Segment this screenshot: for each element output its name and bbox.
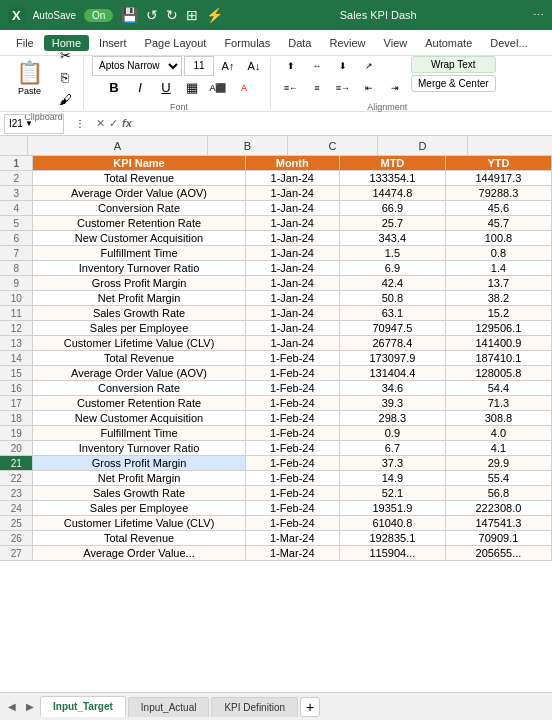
- menu-data[interactable]: Data: [280, 35, 319, 51]
- table-row[interactable]: 18New Customer Acquisition1-Feb-24298.33…: [0, 411, 552, 426]
- menu-page-layout[interactable]: Page Layout: [137, 35, 215, 51]
- cell-c24[interactable]: 19351.9: [339, 501, 445, 516]
- cell-b14[interactable]: 1-Feb-24: [245, 351, 339, 366]
- cell-c2[interactable]: 133354.1: [339, 171, 445, 186]
- tab-nav-right[interactable]: ▶: [22, 699, 38, 715]
- cell-c11[interactable]: 63.1: [339, 306, 445, 321]
- cell-d12[interactable]: 129506.1: [445, 321, 551, 336]
- align-top-button[interactable]: ⬆: [279, 56, 303, 76]
- cell-c9[interactable]: 42.4: [339, 276, 445, 291]
- cell-reference-box[interactable]: I21 ▼: [4, 114, 64, 134]
- cell-c27[interactable]: 115904...: [339, 546, 445, 561]
- cell-b11[interactable]: 1-Jan-24: [245, 306, 339, 321]
- cell-d7[interactable]: 0.8: [445, 246, 551, 261]
- cell-c3[interactable]: 14474.8: [339, 186, 445, 201]
- toolbar-more-icon[interactable]: ⋯: [533, 9, 544, 22]
- borders-button[interactable]: ▦: [180, 78, 204, 98]
- cell-c26[interactable]: 192835.1: [339, 531, 445, 546]
- cell-b12[interactable]: 1-Jan-24: [245, 321, 339, 336]
- table-row[interactable]: 5Customer Retention Rate1-Jan-2425.745.7: [0, 216, 552, 231]
- cell-a13[interactable]: Customer Lifetime Value (CLV): [33, 336, 245, 351]
- cell-a21[interactable]: Gross Profit Margin: [33, 456, 245, 471]
- table-row[interactable]: 10Net Profit Margin1-Jan-2450.838.2: [0, 291, 552, 306]
- cell-d14[interactable]: 187410.1: [445, 351, 551, 366]
- dropdown-icon[interactable]: ▼: [25, 119, 33, 128]
- table-row[interactable]: 3Average Order Value (AOV)1-Jan-2414474.…: [0, 186, 552, 201]
- cell-a12[interactable]: Sales per Employee: [33, 321, 245, 336]
- indent-decrease-button[interactable]: ⇤: [357, 78, 381, 98]
- cell-a14[interactable]: Total Revenue: [33, 351, 245, 366]
- cell-c22[interactable]: 14.9: [339, 471, 445, 486]
- redo-button[interactable]: ↻: [166, 7, 178, 23]
- menu-automate[interactable]: Automate: [417, 35, 480, 51]
- italic-button[interactable]: I: [128, 78, 152, 98]
- cell-a16[interactable]: Conversion Rate: [33, 381, 245, 396]
- font-size-input[interactable]: [184, 56, 214, 76]
- col-header-c[interactable]: C: [288, 136, 378, 155]
- cell-a4[interactable]: Conversion Rate: [33, 201, 245, 216]
- cell-d25[interactable]: 147541.3: [445, 516, 551, 531]
- table-row[interactable]: 9Gross Profit Margin1-Jan-2442.413.7: [0, 276, 552, 291]
- cut-button[interactable]: ✂: [53, 46, 77, 66]
- wrap-text-button[interactable]: Wrap Text: [411, 56, 496, 73]
- cell-d16[interactable]: 54.4: [445, 381, 551, 396]
- cell-a1[interactable]: KPI Name: [33, 156, 245, 171]
- cell-a19[interactable]: Fulfillment Time: [33, 426, 245, 441]
- table-row[interactable]: 20Inventory Turnover Ratio1-Feb-246.74.1: [0, 441, 552, 456]
- toolbar-grid-icon[interactable]: ⊞: [186, 7, 198, 23]
- align-left-button[interactable]: ≡←: [279, 78, 303, 98]
- cell-d17[interactable]: 71.3: [445, 396, 551, 411]
- cell-c4[interactable]: 66.9: [339, 201, 445, 216]
- cell-d1[interactable]: YTD: [445, 156, 551, 171]
- cell-c16[interactable]: 34.6: [339, 381, 445, 396]
- cell-c15[interactable]: 131404.4: [339, 366, 445, 381]
- menu-develop[interactable]: Devel...: [482, 35, 535, 51]
- cell-d26[interactable]: 70909.1: [445, 531, 551, 546]
- cell-c1[interactable]: MTD: [339, 156, 445, 171]
- cell-c14[interactable]: 173097.9: [339, 351, 445, 366]
- cell-d11[interactable]: 15.2: [445, 306, 551, 321]
- cell-a7[interactable]: Fulfillment Time: [33, 246, 245, 261]
- table-row[interactable]: 24Sales per Employee1-Feb-2419351.922230…: [0, 501, 552, 516]
- cell-b1[interactable]: Month: [245, 156, 339, 171]
- cell-d13[interactable]: 141400.9: [445, 336, 551, 351]
- cancel-formula-icon[interactable]: ✕: [96, 117, 105, 130]
- table-row[interactable]: 11Sales Growth Rate1-Jan-2463.115.2: [0, 306, 552, 321]
- table-row[interactable]: 27Average Order Value...1-Mar-24115904..…: [0, 546, 552, 561]
- confirm-formula-icon[interactable]: ✓: [109, 117, 118, 130]
- cell-b18[interactable]: 1-Feb-24: [245, 411, 339, 426]
- cell-b3[interactable]: 1-Jan-24: [245, 186, 339, 201]
- toolbar-misc-icon[interactable]: ⚡: [206, 7, 223, 23]
- table-row[interactable]: 19Fulfillment Time1-Feb-240.94.0: [0, 426, 552, 441]
- table-row[interactable]: 8Inventory Turnover Ratio1-Jan-246.91.4: [0, 261, 552, 276]
- font-name-select[interactable]: Aptos Narrow: [92, 56, 182, 76]
- col-header-d[interactable]: D: [378, 136, 468, 155]
- menu-formulas[interactable]: Formulas: [216, 35, 278, 51]
- cell-a18[interactable]: New Customer Acquisition: [33, 411, 245, 426]
- col-header-b[interactable]: B: [208, 136, 288, 155]
- cell-b10[interactable]: 1-Jan-24: [245, 291, 339, 306]
- cell-b13[interactable]: 1-Jan-24: [245, 336, 339, 351]
- col-header-a[interactable]: A: [28, 136, 208, 155]
- cell-a17[interactable]: Customer Retention Rate: [33, 396, 245, 411]
- table-row[interactable]: 7Fulfillment Time1-Jan-241.50.8: [0, 246, 552, 261]
- table-row[interactable]: 23Sales Growth Rate1-Feb-2452.156.8: [0, 486, 552, 501]
- cell-b17[interactable]: 1-Feb-24: [245, 396, 339, 411]
- cell-b22[interactable]: 1-Feb-24: [245, 471, 339, 486]
- cell-b19[interactable]: 1-Feb-24: [245, 426, 339, 441]
- cell-a26[interactable]: Total Revenue: [33, 531, 245, 546]
- underline-button[interactable]: U: [154, 78, 178, 98]
- cell-b26[interactable]: 1-Mar-24: [245, 531, 339, 546]
- cell-b7[interactable]: 1-Jan-24: [245, 246, 339, 261]
- format-painter-button[interactable]: 🖌: [53, 90, 77, 110]
- cell-a20[interactable]: Inventory Turnover Ratio: [33, 441, 245, 456]
- cell-d6[interactable]: 100.8: [445, 231, 551, 246]
- cell-d8[interactable]: 1.4: [445, 261, 551, 276]
- cell-d21[interactable]: 29.9: [445, 456, 551, 471]
- table-row[interactable]: 1KPI NameMonthMTDYTD: [0, 156, 552, 171]
- cell-c5[interactable]: 25.7: [339, 216, 445, 231]
- merge-center-button[interactable]: Merge & Center: [411, 75, 496, 92]
- table-row[interactable]: 25Customer Lifetime Value (CLV)1-Feb-246…: [0, 516, 552, 531]
- formula-input[interactable]: [136, 114, 548, 134]
- cell-d18[interactable]: 308.8: [445, 411, 551, 426]
